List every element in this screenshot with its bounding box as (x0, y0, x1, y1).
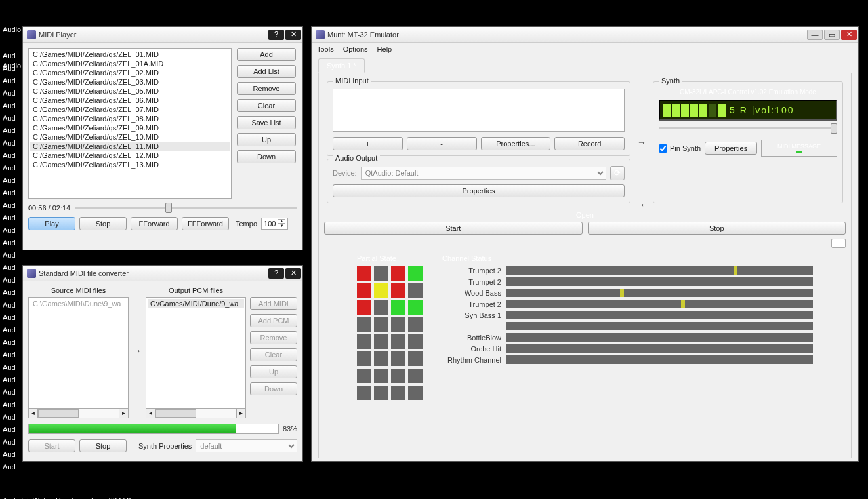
partial-cell (391, 317, 405, 332)
channel-marker (681, 300, 685, 308)
spin-up-icon[interactable]: ▲ (278, 219, 285, 224)
fforward-button[interactable]: FForward (131, 217, 178, 230)
console-fragment: Aud (3, 399, 16, 411)
add-midi-button[interactable]: Add MIDI (250, 297, 297, 310)
maximize-button[interactable]: ▭ (824, 30, 840, 40)
collapse-button[interactable]: ▲ (831, 239, 846, 248)
console-fragment: Aud (3, 237, 16, 249)
console-fragment: Aud (3, 411, 16, 424)
list-item[interactable]: C:/Games/MIDI/Zeliard/qs/ZEL_10.MID (30, 132, 230, 142)
list-item[interactable]: C:/Games/MIDI/Zeliard/qs/ZEL_02.MID (30, 68, 230, 77)
ffforward-button[interactable]: FFForward (182, 217, 229, 230)
volume-slider[interactable] (659, 127, 837, 129)
open-start-button[interactable]: Start (324, 222, 583, 235)
stop-button[interactable]: Stop (79, 217, 127, 230)
remove-button[interactable]: Remove (250, 331, 297, 344)
midi-input-remove-button[interactable]: - (407, 137, 477, 150)
remove-button[interactable]: Remove (237, 82, 296, 95)
console-fragment: Aud (3, 274, 16, 287)
play-button[interactable]: Play (28, 217, 75, 230)
open-stop-button[interactable]: Stop (588, 222, 846, 235)
synth-legend: Synth (659, 77, 682, 85)
scroll-left-icon[interactable]: ◄ (28, 409, 38, 418)
close-button[interactable]: ✕ (285, 268, 301, 279)
converter-window: Standard MIDI file converter ? ✕ Source … (22, 265, 303, 462)
list-item[interactable]: C:\Games\MIDI\Dune\9_wa (30, 299, 127, 308)
source-hscrollbar[interactable]: ◄ ► (28, 409, 129, 418)
close-button[interactable]: ✕ (841, 30, 857, 40)
console-fragment: Aud (3, 100, 16, 112)
console-fragment: Aud (3, 112, 16, 125)
channel-label: Trumpet 2 (442, 278, 501, 286)
add-button[interactable]: Add (237, 48, 296, 61)
channel-row: Trumpet 2 (442, 266, 813, 275)
list-item[interactable]: C:/Games/MIDI/Zeliard/qs/ZEL_12.MID (30, 151, 230, 160)
list-item[interactable]: C:/Games/MIDI/Zeliard/qs/ZEL_13.MID (30, 160, 230, 169)
list-item[interactable]: ZEL_11.MID (335, 90, 623, 100)
munt-titlebar[interactable]: Munt: MT-32 Emulator — ▭ ✕ (312, 27, 858, 43)
scroll-left-icon[interactable]: ◄ (146, 409, 155, 418)
list-item[interactable]: C:/Games/MIDI/Zeliard/qs/ZEL_01.MID (30, 50, 230, 59)
list-item[interactable]: C:/Games/MIDI/Zeliard/qs/ZEL_07.MID (30, 105, 230, 114)
synth-properties-select[interactable]: default (196, 439, 297, 452)
output-hscrollbar[interactable]: ◄ ► (146, 409, 246, 418)
clear-button[interactable]: Clear (237, 99, 296, 112)
add-pcm-button[interactable]: Add PCM (250, 314, 297, 327)
channel-bar (506, 355, 813, 364)
list-item[interactable]: C:/Games/MIDI/Zeliard/qs/ZEL_08.MID (30, 114, 230, 123)
down-button[interactable]: Down (250, 382, 297, 395)
channel-row: Rhythm Channel (442, 355, 813, 364)
list-item[interactable]: C:/Games/MIDI/Dune/9_wa (148, 299, 244, 308)
output-pcm-list[interactable]: C:/Games/MIDI/Dune/9_wa (146, 297, 246, 409)
up-button[interactable]: Up (237, 133, 296, 146)
list-item[interactable]: C:/Games/MIDI/Zeliard/qs/ZEL_01A.MID (30, 59, 230, 68)
refresh-icon: ⟳ (614, 169, 621, 178)
audio-output-properties-button[interactable]: Properties (333, 184, 625, 197)
position-slider[interactable] (75, 207, 297, 209)
source-midi-list[interactable]: C:\Games\MIDI\Dune\9_wa (28, 297, 129, 409)
converter-titlebar[interactable]: Standard MIDI file converter ? ✕ (23, 266, 302, 281)
tab-synth1[interactable]: Synth 1 * (318, 58, 365, 73)
midi-file-list[interactable]: C:/Games/MIDI/Zeliard/qs/ZEL_01.MIDC:/Ga… (28, 48, 232, 199)
menu-tools[interactable]: Tools (317, 45, 334, 53)
midi-input-properties-button[interactable]: Properties... (481, 137, 551, 150)
midi-player-titlebar[interactable]: MIDI Player ? ✕ (23, 27, 302, 43)
stop-button[interactable]: Stop (79, 439, 127, 452)
up-button[interactable]: Up (250, 365, 297, 378)
partial-cell (391, 300, 405, 315)
help-button[interactable]: ? (268, 268, 284, 279)
midi-input-list[interactable]: ZEL_11.MID (333, 89, 625, 132)
close-button[interactable]: ✕ (285, 30, 301, 40)
menu-options[interactable]: Options (343, 45, 368, 53)
tempo-spinbox[interactable]: 100 ▲▼ (261, 218, 288, 230)
partial-cell (391, 266, 405, 281)
synth-properties-button[interactable]: Properties (705, 142, 757, 155)
midi-input-add-button[interactable]: + (333, 137, 403, 150)
list-item[interactable]: C:/Games/MIDI/Zeliard/qs/ZEL_06.MID (30, 96, 230, 105)
channel-row: BottleBlow (442, 333, 813, 342)
clear-button[interactable]: Clear (250, 348, 297, 361)
pin-synth-checkbox[interactable]: Pin Synth (659, 144, 701, 153)
spin-down-icon[interactable]: ▼ (278, 224, 285, 228)
channel-label: Orche Hit (442, 345, 501, 353)
help-button[interactable]: ? (268, 30, 284, 40)
device-label: Device: (333, 169, 357, 177)
lcd-block-icon (709, 104, 716, 117)
list-item[interactable]: C:/Games/MIDI/Zeliard/qs/ZEL_03.MID (30, 77, 230, 87)
start-button[interactable]: Start (28, 439, 75, 452)
record-button[interactable]: Record (554, 137, 625, 150)
refresh-button[interactable]: ⟳ (610, 166, 625, 180)
scroll-right-icon[interactable]: ► (119, 409, 129, 418)
down-button[interactable]: Down (237, 150, 296, 163)
device-select[interactable]: QtAudio: Default (361, 167, 606, 180)
list-item[interactable]: C:/Games/MIDI/Zeliard/qs/ZEL_11.MID (30, 142, 230, 151)
list-item[interactable]: C:/Games/MIDI/Zeliard/qs/ZEL_05.MID (30, 87, 230, 96)
minimize-button[interactable]: — (807, 30, 823, 40)
add-list-button[interactable]: Add List (237, 65, 296, 78)
console-fragment: Aud (3, 249, 16, 262)
menu-help[interactable]: Help (377, 45, 392, 53)
scroll-right-icon[interactable]: ► (236, 409, 246, 418)
source-midi-label: Source MIDI files (28, 287, 129, 294)
save-list-button[interactable]: Save List (237, 116, 296, 129)
list-item[interactable]: C:/Games/MIDI/Zeliard/qs/ZEL_09.MID (30, 123, 230, 132)
